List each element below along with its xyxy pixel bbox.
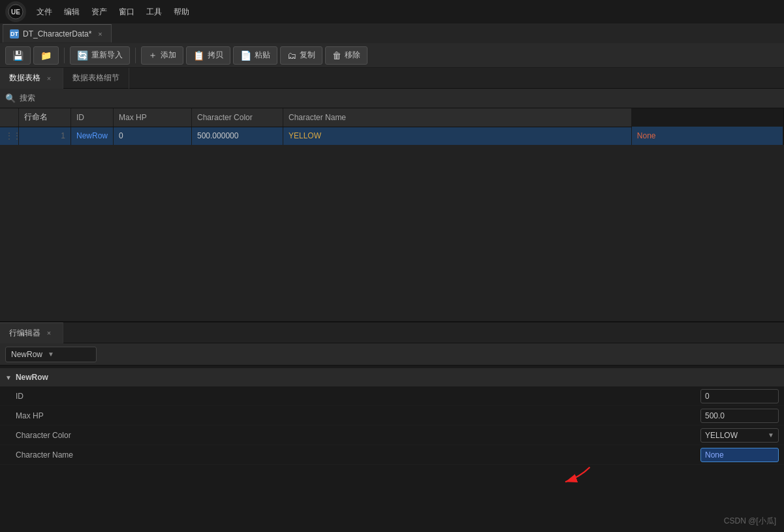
document-tab[interactable]: DT DT_CharacterData* × — [3, 24, 112, 42]
row-charcolor-cell: YELLOW — [283, 127, 632, 145]
row-editor-tab[interactable]: 行编辑器 × — [0, 322, 63, 343]
toolbar-separator-2 — [135, 48, 136, 63]
watermark: CSDN @[小瓜] — [724, 516, 776, 527]
search-bar: 🔍 — [0, 89, 784, 108]
save-button[interactable]: 💾 — [5, 46, 31, 65]
property-row-charcolor: Character Color YELLOW ▼ — [0, 426, 784, 445]
save-icon: 💾 — [12, 50, 24, 61]
newrow-title: NewRow — [16, 373, 48, 382]
newrow-section: ▼ NewRow ID Max HP — [0, 366, 784, 467]
browse-button[interactable]: 📁 — [33, 46, 59, 65]
bottom-content: 行编辑器 × NewRow ▼ ▼ NewRow ID — [0, 322, 784, 532]
property-row-charname: Character Name — [0, 445, 784, 465]
row-number: 1 — [19, 127, 71, 145]
row-selector-value: NewRow — [11, 350, 42, 359]
delete-button[interactable]: 🗑 移除 — [325, 46, 368, 65]
delete-label: 移除 — [345, 50, 360, 61]
duplicate-button[interactable]: 🗂 复制 — [280, 46, 322, 65]
col-header-charcolor[interactable]: Character Color — [192, 108, 283, 127]
browse-icon: 📁 — [40, 50, 52, 61]
menu-assets[interactable]: 资产 — [86, 4, 112, 20]
add-label: 添加 — [161, 50, 176, 61]
paste-button[interactable]: 📄 粘贴 — [233, 46, 277, 65]
search-input[interactable] — [20, 94, 779, 103]
reimport-icon: 🔄 — [77, 50, 88, 61]
row-charname-cell: None — [631, 127, 783, 145]
property-label-charname: Character Name — [16, 450, 700, 460]
tab-data-table-close[interactable]: × — [44, 74, 54, 83]
property-label-id: ID — [16, 392, 700, 401]
reimport-label: 重新导入 — [91, 50, 123, 61]
col-header-id[interactable]: ID — [71, 108, 114, 127]
property-input-maxhp[interactable] — [700, 409, 779, 423]
panel-tabs: 数据表格 × 数据表格细节 — [0, 68, 784, 89]
col-header-charname[interactable]: Character Name — [283, 108, 632, 127]
property-row-maxhp: Max HP — [0, 406, 784, 426]
menu-edit[interactable]: 编辑 — [59, 4, 85, 20]
tab-close-button[interactable]: × — [95, 29, 104, 39]
row-selector-arrow-icon: ▼ — [48, 351, 54, 358]
row-editor-tab-bar: 行编辑器 × — [0, 322, 784, 343]
col-header-maxhp[interactable]: Max HP — [114, 108, 192, 127]
add-button[interactable]: ＋ 添加 — [141, 46, 183, 65]
copy-icon: 📋 — [193, 50, 204, 61]
copy-label: 拷贝 — [208, 50, 223, 61]
property-value-area-charcolor: YELLOW ▼ — [700, 428, 779, 443]
property-value-area-id — [700, 389, 779, 403]
empty-table-area — [0, 145, 784, 321]
property-label-maxhp: Max HP — [16, 411, 700, 420]
app-layout: UE 文件 编辑 资产 窗口 工具 帮助 DT DT_CharacterData… — [0, 0, 784, 532]
title-bar: UE 文件 编辑 资产 窗口 工具 帮助 — [0, 0, 784, 23]
reimport-button[interactable]: 🔄 重新导入 — [70, 46, 130, 65]
search-icon: 🔍 — [5, 93, 16, 103]
row-editor-tab-label: 行编辑器 — [9, 328, 40, 339]
property-label-charcolor: Character Color — [16, 431, 700, 440]
row-editor-close-button[interactable]: × — [44, 328, 54, 337]
table-row[interactable]: ⋮⋮ 1 NewRow 0 500.000000 YELLOW None — [0, 127, 783, 145]
tab-icon: DT — [10, 29, 19, 39]
col-header-rowname-label[interactable]: 行命名 — [19, 108, 71, 127]
paste-icon: 📄 — [240, 50, 251, 61]
property-value-area-charname — [700, 448, 779, 462]
tab-bar: DT DT_CharacterData* × — [0, 23, 784, 43]
col-header-rowname[interactable] — [0, 108, 19, 127]
charcolor-dropdown[interactable]: YELLOW ▼ — [700, 428, 779, 443]
collapse-arrow-icon: ▼ — [5, 374, 12, 381]
menu-file[interactable]: 文件 — [31, 4, 57, 20]
duplicate-label: 复制 — [300, 50, 315, 61]
property-input-id[interactable] — [700, 389, 779, 403]
newrow-header[interactable]: ▼ NewRow — [0, 368, 784, 386]
delete-icon: 🗑 — [332, 50, 341, 61]
property-input-charname[interactable] — [700, 448, 779, 462]
menu-tools[interactable]: 工具 — [141, 4, 167, 20]
row-name-cell: NewRow — [71, 127, 114, 145]
menu-window[interactable]: 窗口 — [114, 4, 140, 20]
toolbar-separator-1 — [64, 48, 65, 63]
row-selector-dropdown[interactable]: NewRow ▼ — [5, 347, 97, 362]
table-header-row: 行命名 ID Max HP Character Color Character … — [0, 108, 783, 127]
property-value-area-maxhp — [700, 409, 779, 423]
tab-data-table-detail-label: 数据表格细节 — [72, 72, 119, 84]
svg-text:UE: UE — [11, 8, 20, 16]
table-section: 行命名 ID Max HP Character Color Character … — [0, 108, 784, 145]
tab-data-table-label: 数据表格 — [9, 72, 40, 84]
data-table: 行命名 ID Max HP Character Color Character … — [0, 108, 783, 145]
row-drag-handle: ⋮⋮ — [0, 127, 19, 145]
menu-help[interactable]: 帮助 — [168, 4, 195, 20]
charcolor-dropdown-arrow-icon: ▼ — [768, 431, 774, 439]
row-selector-bar: NewRow ▼ — [0, 343, 784, 366]
tab-label: DT_CharacterData* — [23, 29, 91, 39]
menu-bar: 文件 编辑 资产 窗口 工具 帮助 — [31, 4, 779, 20]
ue-logo: UE — [5, 1, 26, 22]
charcolor-dropdown-value: YELLOW — [705, 431, 765, 440]
content-area: 数据表格 × 数据表格细节 🔍 行命名 — [0, 68, 784, 532]
copy-button[interactable]: 📋 拷贝 — [186, 46, 230, 65]
toolbar: 💾 📁 🔄 重新导入 ＋ 添加 📋 拷贝 📄 粘贴 🗂 复制 🗑 移除 — [0, 43, 784, 68]
tab-data-table-detail[interactable]: 数据表格细节 — [63, 68, 129, 89]
duplicate-icon: 🗂 — [287, 50, 296, 61]
top-content: 数据表格 × 数据表格细节 🔍 行命名 — [0, 68, 784, 322]
row-id-cell: 0 — [114, 127, 192, 145]
tab-data-table[interactable]: 数据表格 × — [0, 68, 63, 89]
paste-label: 粘贴 — [255, 50, 270, 61]
property-row-id: ID — [0, 386, 784, 406]
